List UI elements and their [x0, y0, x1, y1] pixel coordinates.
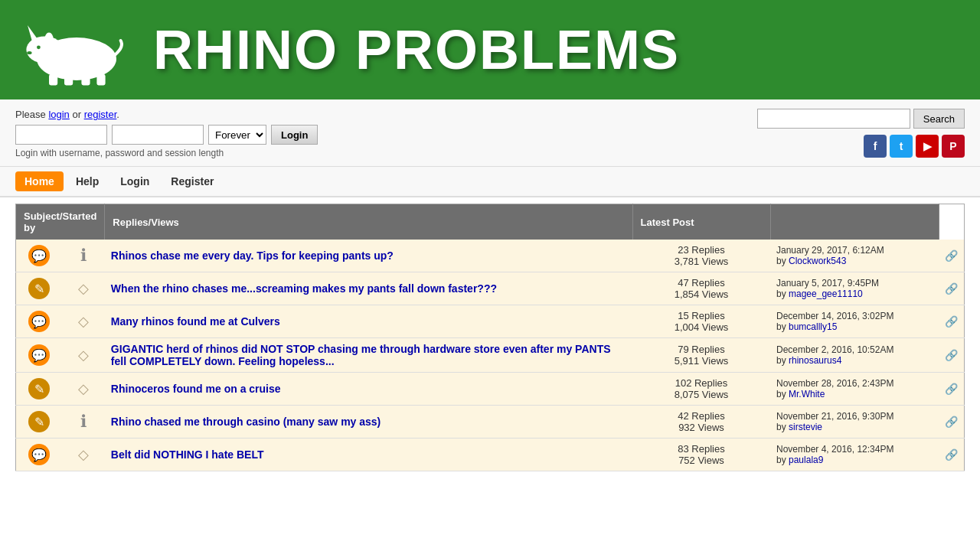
row-link-icon[interactable]: 🔗	[939, 240, 965, 272]
row-link-icon[interactable]: 🔗	[939, 305, 965, 338]
nav-home[interactable]: Home	[15, 171, 64, 191]
right-section: Search f t ▶ P	[757, 109, 965, 158]
thread-icon-edit: ✎	[28, 411, 50, 432]
row-icon-2: ◇	[63, 338, 105, 373]
row-icon-1: ✎	[16, 406, 63, 439]
twitter-icon[interactable]: t	[890, 135, 913, 158]
thread-icon-edit: ✎	[28, 378, 50, 399]
login-link[interactable]: login	[48, 109, 69, 120]
thread-new-icon: ◇	[75, 313, 92, 330]
thread-new-icon: ◇	[75, 280, 92, 297]
nav-register[interactable]: Register	[162, 171, 223, 191]
svg-marker-2	[28, 25, 38, 42]
row-replies-views: 15 Replies1,004 Views	[632, 305, 770, 338]
thread-title-link[interactable]: Rhinos chase me every day. Tips for keep…	[111, 249, 394, 262]
social-icons: f t ▶ P	[864, 135, 965, 158]
thread-icon-speech: 💬	[28, 311, 50, 332]
row-replies-views: 23 Replies3,781 Views	[632, 240, 770, 272]
nav-help[interactable]: Help	[67, 171, 108, 191]
login-inputs: Forever 1 hour 1 day 1 week Login	[15, 125, 757, 145]
row-icon-1: ✎	[16, 272, 63, 305]
row-link-icon[interactable]: 🔗	[939, 373, 965, 406]
row-subject: Many rhinos found me at Culvers	[105, 305, 632, 338]
row-latest-post: January 5, 2017, 9:45PMby magee_gee11110	[770, 272, 939, 305]
row-subject: GIGANTIC herd of rhinos did NOT STOP cha…	[105, 338, 632, 373]
forum-section: Subject/Started by Replies/Views Latest …	[0, 204, 980, 471]
row-replies-views: 79 Replies5,911 Views	[632, 338, 770, 373]
row-icon-2: ◇	[63, 373, 105, 406]
session-select[interactable]: Forever 1 hour 1 day 1 week	[208, 125, 266, 145]
table-row: ✎ ℹ Rhino chased me through casino (many…	[16, 406, 965, 439]
svg-point-9	[27, 51, 31, 54]
row-icon-2: ℹ	[63, 406, 105, 439]
svg-rect-5	[64, 76, 73, 86]
password-input[interactable]	[112, 125, 204, 145]
row-link-icon[interactable]: 🔗	[939, 406, 965, 439]
svg-rect-4	[49, 74, 57, 85]
thread-status-icon: ℹ	[75, 247, 92, 264]
search-bar: Search	[757, 109, 965, 129]
row-icon-1: 💬	[16, 439, 63, 471]
svg-rect-7	[96, 74, 105, 85]
login-section: Please login or register. Forever 1 hour…	[15, 109, 757, 158]
row-latest-post: November 28, 2016, 2:43PMby Mr.White	[770, 373, 939, 406]
row-icon-1: 💬	[16, 305, 63, 338]
svg-rect-6	[81, 76, 90, 86]
row-icon-2: ◇	[63, 439, 105, 471]
row-latest-post: January 29, 2017, 6:12AMby Clockwork543	[770, 240, 939, 272]
table-row: 💬 ◇ Many rhinos found me at Culvers 15 R…	[16, 305, 965, 338]
thread-title-link[interactable]: Belt did NOTHING I hate BELT	[111, 448, 264, 461]
navigation: Home Help Login Register	[0, 167, 980, 197]
search-button[interactable]: Search	[913, 109, 965, 129]
row-icon-1: ✎	[16, 373, 63, 406]
row-icon-1: 💬	[16, 338, 63, 373]
facebook-icon[interactable]: f	[864, 135, 887, 158]
row-link-icon[interactable]: 🔗	[939, 272, 965, 305]
thread-title-link[interactable]: Rhino chased me through casino (many saw…	[111, 416, 381, 428]
row-subject: Belt did NOTHING I hate BELT	[105, 439, 632, 471]
login-prompt: Please login or register.	[15, 109, 757, 120]
thread-icon-speech: 💬	[28, 444, 50, 465]
thread-title-link[interactable]: Rhinoceros found me on a cruise	[111, 383, 281, 395]
username-input[interactable]	[15, 125, 107, 145]
latest-user-link[interactable]: Mr.White	[789, 389, 825, 399]
table-row: 💬 ◇ Belt did NOTHING I hate BELT 83 Repl…	[16, 439, 965, 471]
table-row: ✎ ◇ When the rhino chases me...screaming…	[16, 272, 965, 305]
thread-icon-speech: 💬	[28, 344, 50, 366]
row-replies-views: 83 Replies752 Views	[632, 439, 770, 471]
latest-user-link[interactable]: sirstevie	[789, 422, 822, 432]
col-action	[770, 204, 939, 240]
row-link-icon[interactable]: 🔗	[939, 439, 965, 471]
latest-user-link[interactable]: magee_gee11110	[789, 289, 863, 299]
row-icon-2: ◇	[63, 305, 105, 338]
thread-title-link[interactable]: GIGANTIC herd of rhinos did NOT STOP cha…	[111, 343, 611, 367]
thread-new-icon: ◇	[75, 446, 92, 463]
svg-point-3	[44, 33, 53, 45]
thread-title-link[interactable]: Many rhinos found me at Culvers	[111, 315, 280, 328]
nav-login[interactable]: Login	[111, 171, 158, 191]
youtube-icon[interactable]: ▶	[916, 135, 939, 158]
row-latest-post: November 4, 2016, 12:34PMby paulala9	[770, 439, 939, 471]
row-subject: Rhinoceros found me on a cruise	[105, 373, 632, 406]
row-latest-post: November 21, 2016, 9:30PMby sirstevie	[770, 406, 939, 439]
table-row: 💬 ℹ Rhinos chase me every day. Tips for …	[16, 240, 965, 272]
search-input[interactable]	[757, 109, 910, 129]
login-button[interactable]: Login	[271, 125, 318, 145]
row-link-icon[interactable]: 🔗	[939, 338, 965, 373]
latest-user-link[interactable]: paulala9	[789, 455, 823, 465]
site-header: RHINO PROBLEMS	[0, 0, 980, 99]
col-latest-post: Latest Post	[632, 204, 770, 240]
latest-user-link[interactable]: rhinosaurus4	[789, 355, 841, 366]
register-link[interactable]: register	[84, 109, 117, 120]
row-icon-1: 💬	[16, 240, 63, 272]
forum-table: Subject/Started by Replies/Views Latest …	[15, 204, 965, 471]
thread-new-icon: ◇	[75, 347, 92, 364]
thread-icon-edit: ✎	[28, 278, 50, 299]
pinterest-icon[interactable]: P	[942, 135, 965, 158]
row-subject: When the rhino chases me...screaming mak…	[105, 272, 632, 305]
latest-user-link[interactable]: Clockwork543	[789, 256, 846, 266]
svg-point-1	[26, 36, 63, 63]
latest-user-link[interactable]: bumcallly15	[789, 321, 837, 332]
thread-title-link[interactable]: When the rhino chases me...screaming mak…	[111, 282, 497, 295]
col-replies-views: Replies/Views	[105, 204, 632, 240]
